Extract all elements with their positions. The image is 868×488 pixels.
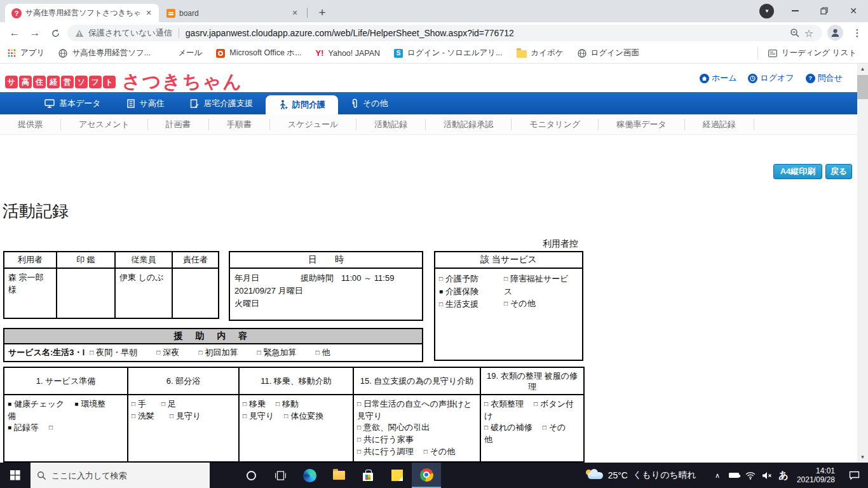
- checkbox-unchecked-icon: □: [243, 412, 247, 419]
- assist-content-header: 援 助 内 容: [4, 329, 422, 344]
- chrome-update-icon[interactable]: [759, 4, 774, 18]
- profile-avatar[interactable]: [827, 25, 843, 41]
- taskbar-search-input[interactable]: [51, 471, 198, 480]
- weather-widget[interactable]: 25°C くもりのち晴れ: [583, 470, 702, 481]
- people-value-seal: [57, 268, 115, 318]
- logo-block: フ: [89, 76, 102, 88]
- subnav-activity-record[interactable]: 活動記録: [356, 119, 426, 130]
- bookmark-soroel[interactable]: S ログイン - ソロエルアリ...: [394, 48, 502, 58]
- ime-indicator[interactable]: あ: [776, 463, 790, 488]
- checkbox-unchecked-icon: □: [161, 400, 165, 407]
- scrollbar-down-icon[interactable]: [857, 452, 868, 463]
- subnav-progress-record[interactable]: 経過記録: [685, 119, 754, 130]
- checkbox-row: □見守り□体位変換: [243, 410, 349, 423]
- address-bar[interactable]: 保護されていない通信 gasrv.japanwest.cloudapp.azur…: [67, 25, 822, 41]
- bookmark-yahoo[interactable]: Y! Yahoo! JAPAN: [316, 48, 381, 58]
- print-a4-button[interactable]: A4縦印刷: [773, 164, 822, 179]
- tab-close-icon[interactable]: [290, 8, 300, 18]
- back-button[interactable]: [6, 25, 23, 41]
- battery-indicator[interactable]: [727, 463, 741, 488]
- task-view-button[interactable]: [266, 463, 295, 488]
- checkbox-option: □緊急加算: [257, 348, 296, 357]
- page-scrollbar[interactable]: [857, 64, 868, 463]
- edge-button[interactable]: [295, 463, 324, 488]
- taskbar-search[interactable]: [31, 463, 210, 488]
- nav-tab-basic-data[interactable]: 基本データ: [32, 92, 114, 114]
- people-value-staff: 伊東 しのぶ: [115, 268, 172, 318]
- walking-person-icon: [278, 100, 288, 110]
- action-center-button[interactable]: [841, 463, 867, 488]
- checkbox-unchecked-icon: □: [543, 424, 546, 431]
- cortana-button[interactable]: [236, 463, 266, 488]
- hidden-icons-chevron[interactable]: [710, 463, 724, 488]
- security-label: 保護されていない通信: [88, 27, 172, 39]
- subnav-monitoring[interactable]: モニタリング: [512, 119, 599, 130]
- search-icon: [37, 471, 46, 480]
- forward-button[interactable]: [27, 25, 43, 41]
- subnav-teikyohyo[interactable]: 提供票: [0, 119, 61, 130]
- scrollbar-up-icon[interactable]: [857, 64, 868, 74]
- cortana-icon: [247, 471, 256, 480]
- reload-button[interactable]: [47, 25, 64, 41]
- nav-tab-visiting-care[interactable]: 訪問介護: [266, 95, 338, 114]
- subnav-tejunsho[interactable]: 手順書: [209, 119, 270, 130]
- browser-tab-board[interactable]: board: [160, 4, 305, 22]
- window-close-button[interactable]: [839, 0, 868, 22]
- window-restore-button[interactable]: [810, 0, 839, 22]
- subnav-assessment[interactable]: アセスメント: [61, 119, 148, 130]
- reading-list-button[interactable]: リーディング リスト: [757, 47, 857, 60]
- checkbox-option: □体位変換: [284, 411, 323, 421]
- bookmark-apps[interactable]: アプリ: [8, 48, 44, 58]
- url-text: gasrv.japanwest.cloudapp.azure.com/web/L…: [186, 28, 788, 38]
- bookmark-login[interactable]: ログイン画面: [578, 48, 639, 58]
- checkbox-option: □初回加算: [198, 348, 238, 357]
- nav-tab-home-care-support[interactable]: 居宅介護支援: [177, 92, 266, 114]
- taskbar-tray: 25°C くもりのち晴れ あ 14:01 2021/09/28: [583, 463, 868, 488]
- zoom-out-icon[interactable]: [788, 26, 802, 40]
- subnav-activity-approval[interactable]: 活動記録承認: [426, 119, 512, 130]
- checkbox-option: □見守り: [170, 411, 201, 421]
- window-minimize-button[interactable]: [780, 0, 810, 22]
- back-page-button[interactable]: 戻る: [825, 164, 852, 179]
- checkbox-row: □手□足: [132, 398, 235, 410]
- volume-muted-indicator[interactable]: [760, 463, 774, 488]
- checkbox-option: □障害福祉サービス: [504, 274, 569, 296]
- subnav-schedule[interactable]: スケジュール: [270, 119, 357, 130]
- nav-tab-others[interactable]: その他: [338, 92, 401, 114]
- chrome-button-active[interactable]: [412, 463, 441, 488]
- bookmark-star-icon[interactable]: [802, 26, 816, 40]
- home-link[interactable]: ホーム: [700, 72, 737, 84]
- logoff-link[interactable]: ログオフ: [748, 72, 794, 84]
- datetime-box: 日 時 年月日 援助時間 11:00 ～ 11:59 2021/09/27 月曜…: [229, 251, 423, 321]
- new-tab-button[interactable]: [314, 4, 330, 21]
- checkbox-unchecked-icon: □: [284, 412, 288, 419]
- wifi-icon: [745, 471, 756, 480]
- start-button[interactable]: [0, 463, 31, 488]
- home-icon: [700, 74, 709, 83]
- scrollbar-thumb[interactable]: [857, 75, 868, 99]
- sticky-notes-button[interactable]: [383, 463, 412, 488]
- bookmark-office[interactable]: Microsoft Office ホ...: [216, 48, 301, 58]
- checkbox-option-label: 他: [322, 348, 330, 357]
- bookmark-satsuki[interactable]: サ高住専用経営ソフ...: [58, 48, 151, 58]
- wifi-indicator[interactable]: [743, 463, 757, 488]
- home-link-label: ホーム: [712, 72, 737, 84]
- people-value-user: 森 宗一郎 様: [4, 268, 57, 318]
- assist-content-box: 援 助 内 容 サービス名:生活3・Ⅰ □夜間・早朝□深夜□初回加算□緊急加算□…: [3, 328, 423, 362]
- service-name: サービス名:生活3・Ⅰ: [8, 347, 85, 358]
- subnav-utilization-data[interactable]: 稼働率データ: [599, 119, 685, 130]
- bookmark-mail[interactable]: メール: [165, 48, 202, 58]
- checkbox-option-label: 初回加算: [205, 348, 238, 357]
- browser-menu-icon[interactable]: [850, 25, 865, 41]
- inquiry-link[interactable]: ? 問合せ: [806, 72, 843, 84]
- file-explorer-button[interactable]: [324, 463, 353, 488]
- nav-tab-sakoju[interactable]: サ高住: [114, 92, 177, 114]
- subnav-keikakusho[interactable]: 計画書: [148, 119, 209, 130]
- tab-close-icon[interactable]: [144, 8, 154, 18]
- taskbar-clock[interactable]: 14:01 2021/09/28: [790, 466, 841, 484]
- checkbox-unchecked-icon: □: [439, 275, 443, 282]
- bookmark-kaipoke[interactable]: カイポケ: [517, 48, 564, 58]
- store-button[interactable]: [353, 463, 383, 488]
- checkbox-unchecked-icon: □: [534, 400, 538, 407]
- browser-tab-active[interactable]: ? サ高住専用経営ソフトさつきちゃん: [5, 4, 159, 22]
